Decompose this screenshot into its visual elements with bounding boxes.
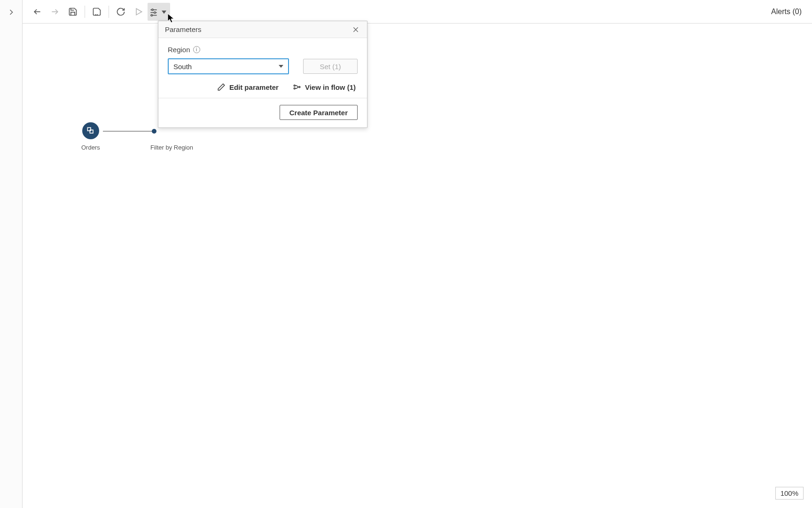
svg-point-17 [294,88,295,89]
chevron-down-icon [279,65,283,68]
database-icon [82,122,99,139]
flow-connector [103,131,153,132]
back-button[interactable] [28,3,46,21]
toolbar-separator [85,6,85,18]
flow-icon [293,83,301,91]
parameters-panel: Parameters Region i South Set (1) Edit p… [158,21,367,128]
flow-node-label: Orders [81,144,100,151]
run-flow-button[interactable] [130,3,148,21]
refresh-button[interactable] [112,3,130,21]
svg-point-8 [154,12,156,13]
left-sidebar [0,0,23,508]
alerts-link[interactable]: Alerts (0) [771,8,812,16]
data-preview-button[interactable] [88,3,106,21]
svg-marker-4 [136,8,142,15]
svg-point-18 [299,87,300,88]
create-parameter-button[interactable]: Create Parameter [280,105,358,120]
flow-node-orders[interactable]: Orders [81,122,100,151]
parameters-panel-title: Parameters [165,25,202,33]
parameter-field-label: Region i [168,46,358,54]
svg-marker-11 [162,10,166,14]
parameters-button[interactable] [148,3,170,21]
region-select-value: South [173,63,192,71]
flow-canvas[interactable]: Orders Filter by Region [23,24,812,508]
svg-point-10 [151,14,152,16]
zoom-indicator[interactable]: 100% [775,487,804,500]
svg-point-16 [294,85,295,87]
close-icon[interactable] [351,25,360,34]
set-button[interactable]: Set (1) [303,59,358,74]
forward-button[interactable] [46,3,64,21]
pencil-icon [217,83,226,91]
expand-sidebar-button[interactable] [7,7,16,18]
region-select[interactable]: South [168,58,289,74]
toolbar-separator [109,6,109,18]
svg-point-6 [152,9,153,10]
edit-parameter-button[interactable]: Edit parameter [217,83,279,91]
view-in-flow-button[interactable]: View in flow (1) [293,83,356,91]
parameters-panel-header: Parameters [158,21,367,38]
save-button[interactable] [64,3,82,21]
top-toolbar: Alerts (0) [23,0,812,24]
flow-node-label: Filter by Region [150,144,193,151]
info-icon[interactable]: i [193,46,200,53]
